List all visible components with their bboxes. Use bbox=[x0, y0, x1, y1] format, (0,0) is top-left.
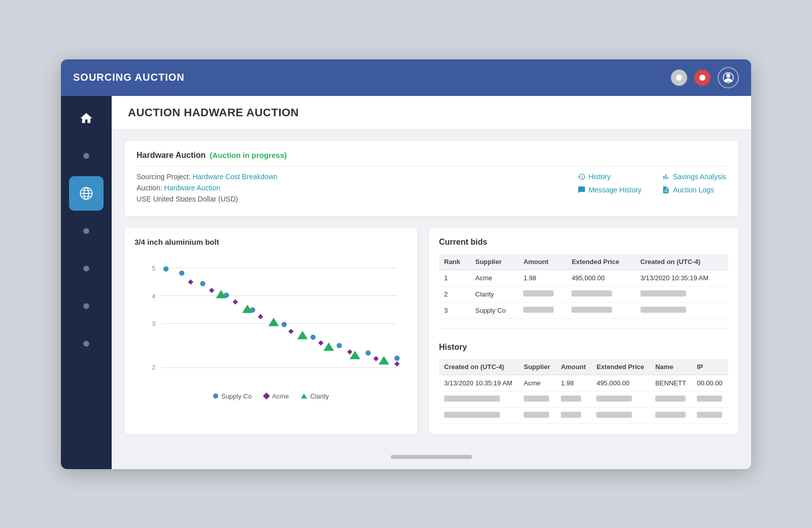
scroll-bar bbox=[391, 455, 472, 459]
svg-point-31 bbox=[394, 355, 399, 360]
col-created-on: Created on (UTC-4) bbox=[635, 254, 728, 270]
legend-clarity: Clarity bbox=[301, 392, 329, 400]
svg-point-1 bbox=[699, 75, 705, 81]
svg-marker-43 bbox=[268, 317, 279, 326]
page-title-bar: AUCTION HADWARE AUCTION bbox=[112, 96, 751, 130]
current-bids-title: Current bids bbox=[439, 238, 728, 247]
sidebar-item-dot4[interactable] bbox=[69, 289, 104, 323]
col-rank: Rank bbox=[439, 254, 470, 270]
auction-status: (Auction in progress) bbox=[210, 151, 287, 159]
sourcing-project-link[interactable]: Hardware Cost Breakdown bbox=[193, 173, 278, 181]
svg-marker-32 bbox=[188, 279, 193, 284]
hist-col-ip: IP bbox=[692, 359, 728, 375]
table-row: 3 Supply Co bbox=[439, 302, 728, 318]
table-row: 2 Clarity bbox=[439, 286, 728, 302]
svg-text:3: 3 bbox=[152, 320, 155, 327]
sidebar-item-home[interactable] bbox=[69, 101, 104, 136]
legend-clarity-triangle bbox=[301, 393, 307, 399]
hist-col-name: Name bbox=[650, 359, 692, 375]
auction-logs-link[interactable]: Auction Logs bbox=[662, 186, 726, 194]
col-extended-price: Extended Price bbox=[566, 254, 635, 270]
sidebar-item-dot2[interactable] bbox=[69, 214, 104, 248]
svg-text:5: 5 bbox=[152, 265, 155, 272]
auction-link-row: Auction: Hardware Auction bbox=[137, 184, 547, 192]
svg-point-22 bbox=[163, 266, 168, 271]
hist-col-created-on: Created on (UTC-4) bbox=[439, 359, 519, 375]
hist-col-supplier: Supplier bbox=[519, 359, 556, 375]
chart-title: 3/4 inch aluminium bolt bbox=[134, 238, 408, 246]
auction-link[interactable]: Hardware Auction bbox=[164, 184, 220, 192]
sidebar bbox=[61, 96, 112, 469]
svg-marker-40 bbox=[394, 361, 399, 366]
meta-links-col-right: Savings Analysis Auction Logs bbox=[662, 173, 726, 194]
history-link[interactable]: History bbox=[578, 173, 641, 181]
meta-links: History Message History Savings Analysis bbox=[578, 173, 726, 194]
svg-point-28 bbox=[311, 334, 316, 339]
svg-point-23 bbox=[179, 270, 184, 275]
hist-col-amount: Amount bbox=[556, 359, 591, 375]
svg-point-0 bbox=[676, 75, 682, 81]
svg-point-12 bbox=[83, 303, 89, 309]
svg-marker-39 bbox=[374, 356, 379, 361]
meta-links-col-left: History Message History bbox=[578, 173, 641, 194]
app-title: SOURCING AUCTION bbox=[73, 72, 671, 83]
svg-marker-34 bbox=[232, 299, 238, 304]
page-title: AUCTION HADWARE AUCTION bbox=[128, 106, 735, 119]
auction-title: Hardware Auction bbox=[137, 151, 206, 160]
chart-legend: Supply Co Acme Clarity bbox=[134, 392, 408, 400]
notification-icon[interactable] bbox=[671, 70, 687, 86]
auction-meta: Sourcing Project: Hardware Cost Breakdow… bbox=[137, 173, 726, 206]
auction-header: Hardware Auction (Auction in progress) bbox=[137, 151, 726, 167]
table-row bbox=[439, 407, 728, 423]
header-icons bbox=[671, 67, 739, 88]
svg-point-29 bbox=[336, 343, 342, 348]
svg-point-13 bbox=[83, 341, 89, 347]
svg-marker-35 bbox=[258, 314, 263, 319]
svg-text:2: 2 bbox=[152, 364, 155, 371]
table-row: 1 Acme 1.98 495,000.00 3/13/2020 10:35:1… bbox=[439, 270, 728, 286]
legend-supply-co: Supply Co bbox=[213, 392, 252, 400]
svg-point-10 bbox=[83, 228, 89, 234]
svg-point-30 bbox=[365, 350, 370, 355]
svg-marker-44 bbox=[297, 331, 308, 339]
currency-row: USE United States Dollar (USD) bbox=[137, 195, 547, 203]
scroll-indicator bbox=[112, 445, 751, 469]
svg-marker-38 bbox=[347, 349, 352, 354]
svg-point-2 bbox=[726, 74, 730, 78]
svg-point-24 bbox=[200, 281, 205, 286]
user-avatar[interactable] bbox=[718, 67, 739, 88]
panels-row: 3/4 inch aluminium bolt 5 4 3 bbox=[124, 227, 739, 435]
svg-marker-36 bbox=[288, 328, 293, 334]
col-amount: Amount bbox=[518, 254, 566, 270]
sidebar-item-dot1[interactable] bbox=[69, 139, 104, 173]
legend-acme: Acme bbox=[264, 392, 289, 400]
svg-point-4 bbox=[83, 153, 89, 159]
meta-left: Sourcing Project: Hardware Cost Breakdow… bbox=[137, 173, 547, 206]
svg-marker-33 bbox=[209, 287, 214, 292]
sidebar-item-globe[interactable] bbox=[69, 176, 104, 211]
svg-point-27 bbox=[282, 322, 287, 327]
top-header: SOURCING AUCTION bbox=[61, 59, 751, 96]
history-table: Created on (UTC-4) Supplier Amount Exten… bbox=[439, 359, 728, 424]
history-divider bbox=[439, 328, 728, 336]
chart-area: 5 4 3 2 bbox=[134, 254, 408, 386]
col-supplier: Supplier bbox=[470, 254, 518, 270]
bids-panel: Current bids Rank Supplier Amount Extend… bbox=[428, 227, 739, 435]
svg-marker-37 bbox=[318, 340, 323, 345]
table-row bbox=[439, 391, 728, 407]
history-title: History bbox=[439, 343, 728, 352]
current-bids-table: Rank Supplier Amount Extended Price Crea… bbox=[439, 254, 728, 319]
chart-panel: 3/4 inch aluminium bolt 5 4 3 bbox=[124, 227, 418, 435]
hist-col-extended-price: Extended Price bbox=[591, 359, 650, 375]
alert-icon[interactable] bbox=[694, 70, 710, 86]
legend-acme-diamond bbox=[263, 392, 270, 400]
svg-text:4: 4 bbox=[152, 292, 155, 300]
content-area: AUCTION HADWARE AUCTION Hardware Auction… bbox=[112, 96, 751, 469]
sidebar-item-dot3[interactable] bbox=[69, 251, 104, 286]
sidebar-item-dot5[interactable] bbox=[69, 326, 104, 361]
savings-analysis-link[interactable]: Savings Analysis bbox=[662, 173, 726, 181]
legend-supply-co-dot bbox=[213, 393, 218, 399]
message-history-link[interactable]: Message History bbox=[578, 186, 641, 194]
svg-marker-47 bbox=[379, 356, 389, 365]
svg-point-11 bbox=[83, 266, 89, 272]
